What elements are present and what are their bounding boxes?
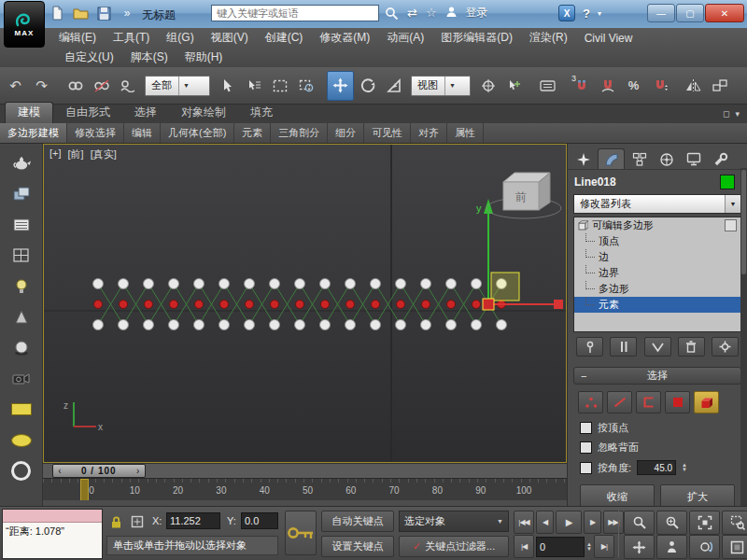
select-object-icon[interactable] (215, 72, 240, 100)
border-mode-icon[interactable] (636, 391, 661, 413)
spinner-snap-toggle-icon[interactable] (647, 72, 672, 100)
previous-frame-button[interactable]: ◀ (536, 511, 554, 534)
next-frame-arrow[interactable]: › (132, 466, 145, 476)
gizmo-plane-handle[interactable] (491, 273, 519, 301)
zoom-icon[interactable] (624, 511, 655, 535)
angle-spinner[interactable]: ▲▼ (682, 463, 687, 472)
listener-output[interactable]: “距离: 1.078” (3, 523, 102, 558)
help-dropdown-icon[interactable]: ▾ (598, 9, 601, 18)
time-slider[interactable]: ‹ 0 / 100 › (43, 463, 567, 478)
favorites-star-icon[interactable]: ☆ (426, 6, 437, 20)
viewport-general-menu[interactable]: [+] (49, 147, 62, 161)
use-pivot-center-icon[interactable] (475, 72, 500, 100)
cone-icon[interactable] (7, 305, 35, 329)
walk-through-icon[interactable] (656, 535, 687, 559)
show-end-result-button[interactable] (610, 337, 637, 357)
ribbon-panel-button[interactable]: 属性 (447, 123, 484, 143)
selection-set-dropdown[interactable]: 选定对象▼ (399, 511, 509, 532)
zoom-extents-icon[interactable] (689, 511, 720, 535)
x-coordinate-field[interactable] (166, 512, 220, 529)
rectangular-selection-region-icon[interactable] (267, 72, 292, 100)
ribbon-tab[interactable]: 自由形式 (53, 103, 122, 123)
menu-item[interactable]: 渲染(R) (521, 30, 576, 46)
current-frame-field[interactable] (536, 537, 585, 557)
unlink-selection-icon[interactable] (89, 72, 114, 100)
bind-to-spacewarp-icon[interactable] (115, 72, 140, 100)
window-crossing-toggle-icon[interactable] (293, 72, 318, 100)
snaps-toggle-icon[interactable]: 3 (569, 72, 594, 100)
redo-icon[interactable]: ↷ (29, 72, 54, 100)
pin-stack-button[interactable] (576, 337, 603, 357)
stack-item-editable-poly[interactable]: 可编辑多边形 (574, 217, 740, 233)
stack-subobject-item[interactable]: 顶点 (574, 233, 740, 249)
viewport-canvas[interactable]: y 前 z x (44, 145, 566, 462)
set-key-button[interactable]: 设置关键点 (321, 536, 394, 557)
y-coordinate-field[interactable] (241, 512, 278, 529)
previous-key-button[interactable]: |◀ (514, 535, 534, 558)
app-menu-button[interactable]: MAX (4, 1, 45, 48)
next-frame-button[interactable]: ▶ (584, 511, 601, 534)
angle-value-field[interactable] (637, 460, 676, 475)
set-keys-button[interactable] (285, 511, 317, 555)
menu-item[interactable]: 脚本(S) (122, 49, 176, 65)
make-unique-button[interactable] (644, 337, 671, 357)
polygon-mode-icon[interactable] (665, 391, 690, 413)
maximize-button[interactable]: ▢ (676, 4, 704, 22)
toolbar-expand-icon[interactable]: » (119, 5, 135, 21)
align-icon[interactable] (707, 72, 732, 100)
select-and-rotate-icon[interactable] (355, 72, 380, 100)
view-cube-face-label[interactable]: 前 (515, 190, 527, 203)
select-and-move-icon[interactable] (327, 71, 354, 101)
viewport-pov-menu[interactable]: [前] (68, 147, 84, 161)
exchange-apps-icon[interactable]: X (558, 5, 575, 21)
new-scene-icon[interactable] (49, 5, 65, 21)
object-name-field[interactable]: Line018 (574, 175, 714, 189)
sphere-icon[interactable] (7, 336, 35, 359)
layers-icon[interactable] (7, 182, 35, 205)
menu-item[interactable]: 修改器(M) (311, 30, 378, 46)
by-angle-checkbox[interactable] (580, 462, 592, 474)
shrink-button[interactable]: 收缩 (580, 484, 655, 506)
ribbon-panel-button[interactable]: 可见性 (364, 123, 411, 143)
select-and-manipulate-icon[interactable] (501, 72, 527, 100)
auto-key-button[interactable]: 自动关键点 (321, 511, 394, 532)
zoom-region-icon[interactable] (722, 511, 747, 535)
mirror-icon[interactable] (681, 72, 706, 100)
ribbon-panel-button[interactable]: 几何体(全部) (161, 123, 234, 143)
ribbon-panel-button[interactable]: 三角剖分 (271, 123, 328, 143)
selection-lock-icon[interactable] (106, 512, 125, 531)
ribbon-panel-button[interactable]: 细分 (328, 123, 364, 143)
grow-button[interactable]: 扩大 (660, 484, 735, 506)
maximize-viewport-icon[interactable] (722, 535, 747, 559)
select-by-name-icon[interactable] (241, 72, 266, 100)
by-vertex-checkbox[interactable] (580, 422, 592, 434)
macro-recorder-strip[interactable] (3, 510, 102, 523)
select-and-link-icon[interactable] (63, 72, 88, 100)
circle-shape-icon[interactable] (7, 459, 35, 483)
maxscript-mini-listener[interactable]: “距离: 1.078” (2, 509, 103, 559)
ribbon-panel-button[interactable]: 对齐 (411, 123, 447, 143)
menu-item[interactable]: 动画(A) (378, 30, 432, 46)
configure-modifier-sets-button[interactable] (712, 337, 739, 357)
percent-snap-toggle-icon[interactable]: % (621, 72, 646, 100)
hierarchy-tab-icon[interactable] (627, 149, 652, 169)
modifier-list-dropdown[interactable]: 修改器列表 ▼ (573, 194, 741, 214)
communication-center-icon[interactable]: ⇄ (407, 6, 417, 20)
lamp-icon[interactable] (7, 274, 35, 298)
command-panel-scrollbar[interactable] (740, 168, 747, 506)
menu-item[interactable]: 帮助(H) (176, 49, 232, 65)
next-key-button[interactable]: ▶| (594, 535, 614, 558)
ribbon-minimize-icon[interactable]: ◻ (723, 109, 729, 119)
viewport[interactable]: [+] [前] [真实] y 前 (43, 144, 567, 463)
modify-tab-icon[interactable] (598, 148, 625, 169)
menu-item[interactable]: Civil View (576, 32, 641, 45)
modifier-list-dropdown-arrow[interactable]: ▼ (725, 195, 740, 213)
select-and-scale-icon[interactable] (381, 72, 406, 100)
element-mode-icon[interactable] (694, 391, 719, 413)
user-icon[interactable] (445, 6, 458, 21)
search-icon[interactable] (382, 5, 401, 22)
stack-visibility-icon[interactable] (725, 219, 737, 231)
ribbon-options-icon[interactable]: ▾ (735, 109, 740, 119)
orbit-icon[interactable] (689, 535, 720, 559)
frame-spinner[interactable]: ▲▼ (586, 542, 592, 552)
